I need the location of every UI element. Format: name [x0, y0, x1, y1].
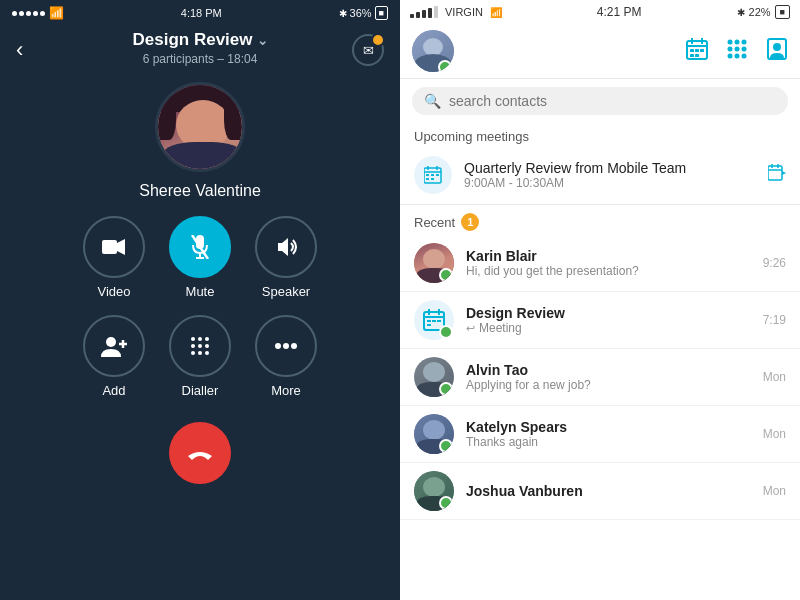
- video-circle: [83, 216, 145, 278]
- right-battery-icon: ■: [775, 5, 790, 19]
- grid-icon[interactable]: [726, 38, 748, 65]
- svg-point-10: [191, 337, 195, 341]
- signal-dot-2: [19, 11, 24, 16]
- svg-point-21: [291, 343, 297, 349]
- calendar-svg: [686, 38, 708, 60]
- svg-rect-62: [437, 320, 441, 322]
- search-bar[interactable]: 🔍: [412, 87, 788, 115]
- svg-rect-50: [431, 178, 434, 180]
- end-call-button[interactable]: [169, 422, 231, 484]
- right-wifi-icon: 📶: [490, 7, 502, 18]
- sig-bar-4: [428, 8, 432, 18]
- left-time: 4:18 PM: [181, 7, 222, 19]
- back-button[interactable]: ‹: [16, 37, 23, 63]
- svg-point-11: [198, 337, 202, 341]
- contact-alvin[interactable]: Alvin Tao Applying for a new job? Mon: [400, 349, 800, 406]
- speaker-control[interactable]: Speaker: [255, 216, 317, 299]
- dialler-control[interactable]: Dialler: [169, 315, 231, 398]
- speaker-icon: [274, 236, 298, 258]
- contact-karin[interactable]: Karin Blair Hi, did you get the presenta…: [400, 235, 800, 292]
- right-status-bar: VIRGIN 📶 4:21 PM ✱ 22% ■: [400, 0, 800, 24]
- speaker-label: Speaker: [262, 284, 310, 299]
- svg-point-31: [728, 39, 733, 44]
- video-icon: [102, 237, 126, 257]
- contact-designreview[interactable]: Design Review ↩ Meeting 7:19: [400, 292, 800, 349]
- right-bt-icon: ✱: [737, 7, 745, 18]
- svg-rect-51: [768, 166, 782, 180]
- signal-dot-5: [40, 11, 45, 16]
- calendar-icon[interactable]: [686, 38, 708, 65]
- upcoming-label: Upcoming meetings: [400, 123, 800, 148]
- add-label: Add: [102, 383, 125, 398]
- svg-marker-6: [278, 238, 288, 256]
- add-control[interactable]: Add: [83, 315, 145, 398]
- svg-rect-63: [427, 324, 431, 326]
- joshua-name: Joshua Vanburen: [466, 483, 751, 499]
- call-subtitle: 6 participants – 18:04: [143, 52, 258, 66]
- message-icon: ✉: [363, 43, 374, 58]
- call-header: ‹ Design Review ⌄ 6 participants – 18:04…: [0, 26, 400, 74]
- call-title-row: Design Review ⌄: [133, 30, 268, 50]
- wifi-icon: 📶: [49, 6, 64, 20]
- alvin-avatar: [414, 357, 454, 397]
- joshua-avatar: [414, 471, 454, 511]
- video-label: Video: [97, 284, 130, 299]
- more-control[interactable]: More: [255, 315, 317, 398]
- call-title-text: Design Review: [133, 30, 253, 50]
- sig-bar-1: [410, 14, 414, 18]
- sig-bar-5: [434, 6, 438, 18]
- designreview-name: Design Review: [466, 305, 751, 321]
- katelyn-name: Katelyn Spears: [466, 419, 751, 435]
- svg-point-32: [735, 39, 740, 44]
- carrier-name: VIRGIN: [445, 6, 483, 18]
- battery-icon: ■: [375, 6, 388, 20]
- right-header: [400, 24, 800, 79]
- call-controls: Video Mute Spe: [53, 216, 347, 398]
- svg-point-37: [728, 53, 733, 58]
- contacts-icon[interactable]: [766, 38, 788, 65]
- svg-point-38: [735, 53, 740, 58]
- recent-badge: 1: [461, 213, 479, 231]
- mute-control[interactable]: Mute: [169, 216, 231, 299]
- more-circle: [255, 315, 317, 377]
- svg-rect-48: [436, 174, 439, 176]
- left-battery: ✱ 36% ■: [339, 6, 388, 20]
- avatar-image: [155, 82, 245, 172]
- meeting-join-icon: [768, 164, 786, 182]
- user-avatar[interactable]: [412, 30, 454, 72]
- svg-point-34: [728, 46, 733, 51]
- joshua-info: Joshua Vanburen: [466, 483, 751, 499]
- karin-info: Karin Blair Hi, did you get the presenta…: [466, 248, 751, 278]
- signal-dot-4: [33, 11, 38, 16]
- contacts-svg: [766, 38, 788, 60]
- meeting-item[interactable]: Quarterly Review from Mobile Team 9:00AM…: [400, 148, 800, 202]
- right-battery-text: 22%: [749, 6, 771, 18]
- svg-point-33: [742, 39, 747, 44]
- karin-name: Karin Blair: [466, 248, 751, 264]
- svg-point-15: [205, 344, 209, 348]
- sig-bar-2: [416, 12, 420, 18]
- svg-rect-60: [427, 320, 431, 322]
- call-chevron-icon: ⌄: [257, 33, 268, 48]
- meeting-action-icon[interactable]: [768, 164, 786, 187]
- call-title: Design Review ⌄: [133, 30, 268, 50]
- right-status-right: ✱ 22% ■: [737, 5, 790, 19]
- message-button[interactable]: ✉: [352, 34, 384, 66]
- right-signal: [410, 6, 438, 18]
- video-control[interactable]: Video: [83, 216, 145, 299]
- svg-rect-61: [432, 320, 436, 322]
- caller-avatar: [155, 82, 245, 172]
- search-input[interactable]: [449, 93, 776, 109]
- contact-katelyn[interactable]: Katelyn Spears Thanks again Mon: [400, 406, 800, 463]
- svg-rect-0: [102, 240, 117, 254]
- right-panel: VIRGIN 📶 4:21 PM ✱ 22% ■: [400, 0, 800, 600]
- designreview-avatar: [414, 300, 454, 340]
- left-status-bar: 📶 4:18 PM ✱ 36% ■: [0, 0, 400, 26]
- svg-point-7: [106, 337, 116, 347]
- mute-label: Mute: [186, 284, 215, 299]
- contact-joshua[interactable]: Joshua Vanburen Mon: [400, 463, 800, 520]
- karin-time: 9:26: [763, 256, 786, 270]
- dialler-label: Dialler: [182, 383, 219, 398]
- svg-point-41: [773, 43, 781, 51]
- meeting-icon: [414, 156, 452, 194]
